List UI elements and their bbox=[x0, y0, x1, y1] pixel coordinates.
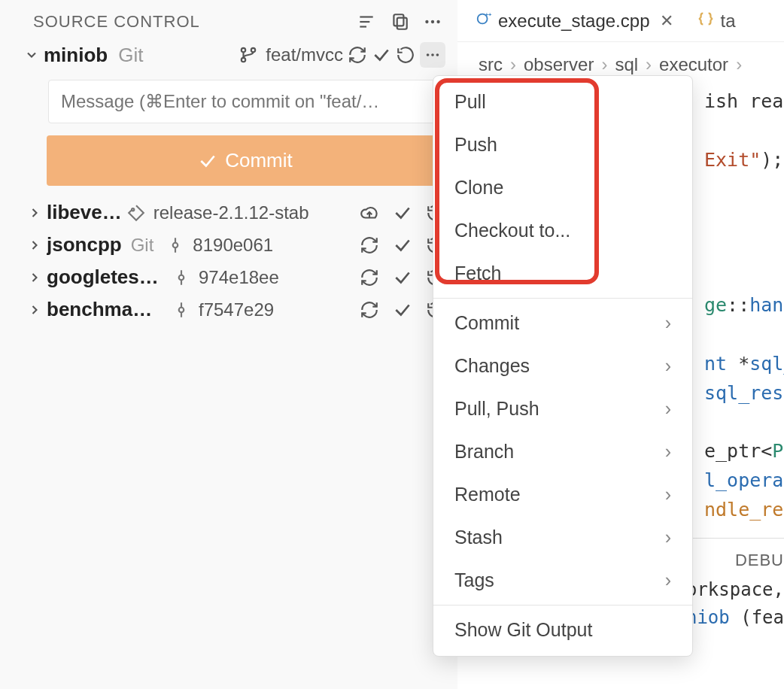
chevron-right-icon bbox=[27, 238, 42, 253]
chevron-right-icon: › bbox=[665, 398, 671, 420]
check-icon[interactable] bbox=[393, 235, 412, 255]
menu-item-clone[interactable]: Clone bbox=[433, 166, 692, 209]
git-commit-icon bbox=[172, 268, 191, 287]
git-branch-icon[interactable] bbox=[239, 45, 258, 65]
commit-button[interactable]: Commit bbox=[47, 135, 444, 186]
sync-icon[interactable] bbox=[360, 268, 379, 287]
breadcrumb-item[interactable]: sql bbox=[615, 54, 638, 75]
menu-separator bbox=[433, 605, 692, 606]
tab-filename: execute_stage.cpp bbox=[498, 11, 649, 32]
menu-item-branch[interactable]: Branch› bbox=[433, 430, 692, 473]
svg-point-21 bbox=[179, 307, 184, 312]
refresh-icon[interactable] bbox=[396, 45, 415, 65]
menu-item-commit[interactable]: Commit› bbox=[433, 302, 692, 344]
check-icon[interactable] bbox=[393, 203, 412, 223]
sync-icon[interactable] bbox=[360, 300, 379, 320]
more-icon[interactable] bbox=[423, 12, 442, 32]
svg-point-14 bbox=[132, 208, 134, 211]
editor-tab-active[interactable]: ++ execute_stage.cpp ✕ bbox=[466, 5, 682, 38]
svg-point-13 bbox=[436, 53, 439, 56]
repo-name: miniob bbox=[44, 44, 108, 67]
cloud-upload-icon[interactable] bbox=[360, 203, 379, 223]
chevron-right-icon bbox=[27, 302, 42, 317]
check-icon[interactable] bbox=[393, 268, 412, 287]
list-icon[interactable] bbox=[357, 12, 376, 32]
check-icon[interactable] bbox=[372, 45, 391, 65]
menu-item-tags[interactable]: Tags› bbox=[433, 559, 692, 602]
repo-name: benchmar… bbox=[47, 298, 160, 321]
svg-point-9 bbox=[242, 58, 245, 62]
tag-label: release-2.1.12-stab bbox=[153, 202, 309, 223]
svg-text:++: ++ bbox=[485, 11, 492, 18]
tab-prefix: ta bbox=[720, 11, 735, 32]
menu-item-pull[interactable]: Pull bbox=[433, 80, 692, 123]
editor-tab[interactable]: ta bbox=[688, 5, 744, 38]
menu-item-stash[interactable]: Stash› bbox=[433, 516, 692, 559]
chevron-right-icon: › bbox=[665, 484, 671, 505]
chevron-right-icon bbox=[27, 270, 42, 285]
svg-rect-3 bbox=[394, 14, 403, 26]
chevron-right-icon bbox=[27, 205, 42, 220]
svg-point-12 bbox=[431, 53, 434, 56]
chevron-right-icon: › bbox=[510, 54, 516, 75]
menu-item-checkout[interactable]: Checkout to... bbox=[433, 209, 692, 252]
menu-item-fetch[interactable]: Fetch bbox=[433, 252, 692, 295]
chevron-right-icon: › bbox=[665, 527, 671, 548]
svg-point-11 bbox=[427, 53, 430, 56]
git-context-menu: Pull Push Clone Checkout to... Fetch Com… bbox=[433, 75, 693, 657]
svg-rect-4 bbox=[397, 18, 407, 29]
chevron-down-icon bbox=[24, 47, 39, 62]
repo-vcs: Git bbox=[118, 44, 143, 67]
tag-icon bbox=[126, 203, 146, 223]
commit-hash: 974e18ee bbox=[199, 267, 279, 288]
menu-separator bbox=[433, 298, 692, 299]
breadcrumb-item[interactable]: src bbox=[479, 54, 503, 75]
diff-icon[interactable] bbox=[390, 12, 409, 32]
repo-more-button[interactable] bbox=[420, 42, 445, 68]
repo-name: libeve… bbox=[47, 201, 122, 224]
sync-icon[interactable] bbox=[348, 45, 367, 65]
main-repo-row[interactable]: miniob Git feat/mvcc bbox=[0, 39, 457, 75]
commit-button-label: Commit bbox=[225, 149, 293, 172]
source-control-panel: SOURCE CONTROL miniob Git feat/mvcc bbox=[0, 0, 457, 689]
menu-item-push[interactable]: Push bbox=[433, 123, 692, 166]
commit-message-input[interactable] bbox=[48, 80, 444, 123]
chevron-right-icon: › bbox=[665, 312, 671, 334]
sidebar-header: SOURCE CONTROL bbox=[0, 6, 457, 39]
breadcrumb-item[interactable]: executor bbox=[659, 54, 728, 75]
sync-icon[interactable] bbox=[360, 235, 379, 255]
menu-item-remote[interactable]: Remote› bbox=[433, 473, 692, 516]
sidebar-title: SOURCE CONTROL bbox=[33, 12, 357, 32]
menu-item-pull-push[interactable]: Pull, Push› bbox=[433, 387, 692, 430]
menu-item-show-git-output[interactable]: Show Git Output bbox=[433, 609, 692, 651]
branch-name[interactable]: feat/mvcc bbox=[266, 44, 343, 65]
repo-item[interactable]: benchmar… f7547e29 bbox=[0, 293, 457, 326]
menu-item-changes[interactable]: Changes› bbox=[433, 344, 692, 387]
cpp-file-icon: ++ bbox=[476, 11, 492, 32]
chevron-right-icon: › bbox=[665, 569, 671, 591]
check-icon[interactable] bbox=[393, 300, 412, 320]
repo-item[interactable]: libeve… release-2.1.12-stab bbox=[0, 196, 457, 229]
braces-icon bbox=[697, 11, 714, 32]
svg-point-5 bbox=[425, 20, 428, 23]
git-commit-icon bbox=[172, 300, 191, 320]
svg-point-15 bbox=[173, 242, 178, 247]
close-icon[interactable]: ✕ bbox=[660, 11, 673, 31]
svg-point-7 bbox=[436, 20, 439, 23]
chevron-right-icon: › bbox=[665, 355, 671, 377]
svg-point-10 bbox=[251, 48, 255, 52]
chevron-right-icon: › bbox=[646, 54, 652, 75]
commit-hash: 8190e061 bbox=[193, 235, 273, 256]
chevron-right-icon: › bbox=[665, 441, 671, 463]
repo-item[interactable]: googletest… 974e18ee bbox=[0, 261, 457, 293]
repo-item[interactable]: jsoncpp Git 8190e061 bbox=[0, 229, 457, 261]
repo-vcs: Git bbox=[131, 235, 154, 256]
editor-tabbar: ++ execute_stage.cpp ✕ ta bbox=[457, 0, 784, 42]
commit-hash: f7547e29 bbox=[199, 299, 274, 320]
svg-point-6 bbox=[431, 20, 434, 23]
chevron-right-icon: › bbox=[736, 54, 742, 75]
chevron-right-icon: › bbox=[601, 54, 607, 75]
breadcrumb-item[interactable]: observer bbox=[524, 54, 594, 75]
repo-name: googletest… bbox=[47, 266, 160, 289]
git-commit-icon bbox=[166, 235, 185, 255]
